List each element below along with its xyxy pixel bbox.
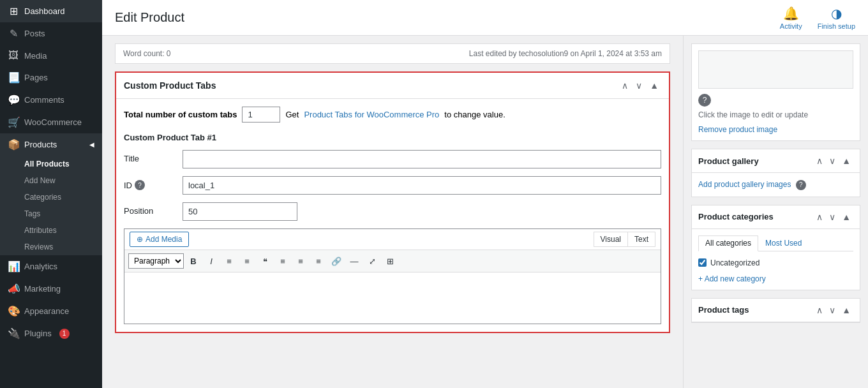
categories-down-button[interactable]: ∨ — [827, 211, 838, 223]
add-new-category-link[interactable]: + Add new category — [698, 274, 853, 283]
italic-button[interactable]: I — [203, 253, 220, 269]
sidebar-submenu-attributes[interactable]: Attributes — [0, 222, 102, 239]
info-icon: ? — [698, 94, 711, 107]
products-submenu: All Products Add New Categories Tags Att… — [0, 156, 102, 255]
uncategorized-checkbox[interactable] — [698, 258, 707, 267]
position-input[interactable] — [183, 202, 297, 221]
id-help-icon[interactable]: ? — [135, 180, 145, 190]
text-mode-button[interactable]: Text — [627, 232, 655, 247]
product-gallery-title: Product gallery — [698, 156, 759, 166]
add-media-button[interactable]: ⊕ Add Media — [130, 232, 189, 247]
product-categories-body: All categories Most Used Uncategorized +… — [692, 229, 860, 290]
sidebar-submenu-categories[interactable]: Categories — [0, 189, 102, 205]
activity-button[interactable]: 🔔 Activity — [780, 6, 802, 30]
meta-box-title: Custom Product Tabs — [124, 80, 216, 91]
sidebar-item-plugins[interactable]: 🔌 Plugins 1 — [0, 322, 102, 345]
appearance-icon: 🎨 — [8, 305, 19, 317]
gallery-toggle-button[interactable]: ▲ — [839, 154, 853, 167]
activity-icon: 🔔 — [783, 6, 799, 21]
id-input[interactable] — [183, 176, 661, 195]
finish-setup-icon: ◑ — [831, 6, 842, 21]
sidebar-submenu-tags[interactable]: Tags — [0, 205, 102, 222]
total-tabs-row: Total number of custom tabs Get Product … — [124, 107, 661, 123]
finish-setup-button[interactable]: ◑ Finish setup — [818, 6, 855, 30]
remove-product-image-link[interactable]: Remove product image — [698, 125, 777, 134]
sidebar-item-comments[interactable]: 💬 Comments — [0, 89, 102, 111]
align-left-button[interactable]: ≡ — [274, 253, 291, 269]
sidebar-item-posts[interactable]: ✎ Posts — [0, 22, 102, 45]
sidebar-item-analytics[interactable]: 📊 Analytics — [0, 255, 102, 278]
gallery-help-icon: ? — [796, 180, 806, 190]
product-categories-box: Product categories ∧ ∨ ▲ All categories … — [691, 205, 860, 290]
title-input[interactable] — [183, 150, 661, 168]
sidebar-submenu-add-new[interactable]: Add New — [0, 172, 102, 189]
id-row: ID ? — [124, 176, 661, 195]
pro-plugin-link[interactable]: Product Tabs for WooCommerce Pro — [304, 110, 439, 119]
id-label: ID ? — [124, 176, 175, 190]
tags-toggle-button[interactable]: ▲ — [839, 304, 853, 317]
plugins-badge: 1 — [59, 329, 70, 339]
link-button[interactable]: 🔗 — [328, 253, 345, 269]
marketing-icon: 📣 — [8, 283, 19, 295]
main-wrap: Edit Product 🔔 Activity ◑ Finish setup W… — [102, 0, 868, 388]
meta-box-collapse-down[interactable]: ∨ — [633, 79, 645, 92]
product-image-body: ? Click the image to edit or update Remo… — [692, 44, 860, 140]
fullscreen-button[interactable]: ⤢ — [364, 253, 380, 269]
id-label-with-help: ID ? — [124, 180, 175, 190]
align-right-button[interactable]: ≡ — [310, 253, 327, 269]
meta-box-collapse-up[interactable]: ∧ — [619, 79, 631, 92]
blockquote-button[interactable]: ❝ — [257, 253, 273, 269]
top-bar-actions: 🔔 Activity ◑ Finish setup — [780, 6, 855, 30]
right-sidebar: ? Click the image to edit or update Remo… — [683, 36, 868, 388]
position-field — [183, 202, 661, 221]
product-categories-header: Product categories ∧ ∨ ▲ — [692, 205, 860, 229]
meta-box-toggle[interactable]: ▲ — [647, 79, 661, 92]
title-field — [183, 150, 661, 168]
sidebar-item-appearance[interactable]: 🎨 Appearance — [0, 300, 102, 322]
hr-button[interactable]: — — [346, 253, 363, 269]
uncategorized-label: Uncategorized — [710, 258, 760, 267]
most-used-tab[interactable]: Most Used — [758, 235, 809, 251]
categories-tabs: All categories Most Used — [698, 235, 853, 251]
pages-icon: 📃 — [8, 71, 19, 84]
sidebar-item-woocommerce[interactable]: 🛒 WooCommerce — [0, 111, 102, 133]
gallery-up-button[interactable]: ∧ — [814, 154, 825, 167]
gallery-down-button[interactable]: ∨ — [827, 154, 838, 167]
meta-bar: Word count: 0 Last edited by techosoluti… — [115, 43, 670, 64]
toolbar-toggle-button[interactable]: ⊞ — [382, 253, 398, 269]
sidebar-item-marketing[interactable]: 📣 Marketing — [0, 278, 102, 300]
sidebar-item-products[interactable]: 📦 Products ◀ — [0, 133, 102, 156]
product-categories-title: Product categories — [698, 212, 774, 221]
bold-button[interactable]: B — [185, 253, 202, 269]
title-row: Title — [124, 150, 661, 168]
sidebar-item-dashboard[interactable]: ⊞ Dashboard — [0, 0, 102, 22]
visual-mode-button[interactable]: Visual — [594, 232, 627, 247]
sidebar-item-pages[interactable]: 📃 Pages — [0, 66, 102, 89]
ordered-list-button[interactable]: ≡ — [239, 253, 255, 269]
categories-toggle-button[interactable]: ▲ — [839, 211, 853, 223]
comments-icon: 💬 — [8, 94, 19, 106]
unordered-list-button[interactable]: ≡ — [221, 253, 237, 269]
paragraph-select[interactable]: Paragraph — [128, 253, 184, 269]
editor-top-bar: ⊕ Add Media Visual Text — [124, 229, 661, 250]
sidebar-item-media[interactable]: 🖼 Media — [0, 45, 102, 66]
product-gallery-header: Product gallery ∧ ∨ ▲ — [692, 149, 860, 173]
editor-content[interactable] — [124, 272, 661, 324]
dashboard-icon: ⊞ — [8, 5, 19, 17]
add-media-icon: ⊕ — [137, 235, 143, 244]
change-text: to change value. — [444, 110, 505, 119]
meta-box-header: Custom Product Tabs ∧ ∨ ▲ — [116, 73, 669, 99]
align-center-button[interactable]: ≡ — [292, 253, 309, 269]
category-uncategorized: Uncategorized — [698, 257, 853, 269]
title-label: Title — [124, 150, 175, 163]
last-edited: Last edited by techosolution9 on April 1… — [469, 49, 662, 58]
tags-down-button[interactable]: ∨ — [827, 304, 838, 317]
add-gallery-images-link[interactable]: Add product gallery images — [698, 180, 793, 189]
sidebar-submenu-all-products[interactable]: All Products — [0, 156, 102, 172]
all-categories-tab[interactable]: All categories — [698, 235, 758, 251]
sidebar-submenu-reviews[interactable]: Reviews — [0, 239, 102, 255]
total-tabs-input[interactable] — [242, 107, 280, 123]
categories-up-button[interactable]: ∧ — [814, 211, 825, 223]
word-count: Word count: 0 — [123, 49, 170, 58]
tags-up-button[interactable]: ∧ — [814, 304, 825, 317]
